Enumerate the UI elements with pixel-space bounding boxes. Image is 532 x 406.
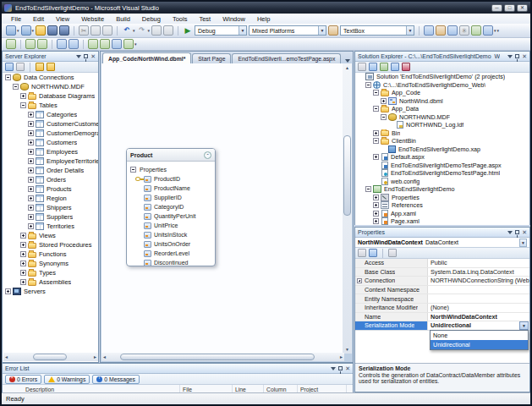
tree-item[interactable]: Page.xaml — [355, 217, 529, 225]
toolbar-icon[interactable] — [69, 39, 79, 49]
tree-item[interactable]: Customers — [3, 138, 98, 147]
dbml-design-surface[interactable]: Product ˆ Properties Prod — [101, 63, 344, 354]
tree-item[interactable]: Assemblies — [3, 277, 98, 287]
expander-icon[interactable] — [381, 114, 387, 120]
scroll-down-icon[interactable]: ▼ — [343, 347, 352, 352]
expander-icon[interactable] — [20, 102, 26, 108]
scroll-right-icon[interactable]: ► — [339, 354, 343, 359]
window-position-icon[interactable] — [76, 55, 81, 58]
property-value-cell[interactable]: (None) ▼ — [428, 304, 529, 312]
redo-icon[interactable]: ↷ — [137, 25, 147, 36]
title-bar[interactable]: EndToEndSilverlightDemo - Microsoft Visu… — [2, 2, 530, 14]
tree-item[interactable]: Database Diagrams — [3, 91, 98, 101]
window-position-icon[interactable] — [507, 231, 513, 234]
navigate-back-icon[interactable] — [151, 25, 162, 36]
expander-icon[interactable] — [365, 186, 371, 192]
filter-toggle-button[interactable]: 0 Warnings — [44, 375, 90, 384]
auto-hide-pin-icon[interactable] — [515, 230, 519, 234]
tree-item[interactable]: NORTHWND.MDF — [3, 82, 98, 91]
chevron-down-icon[interactable]: ▼ — [519, 239, 527, 247]
tree-item[interactable]: Solution 'EndToEndSilverlightDemo' (2 pr… — [355, 73, 529, 81]
expander-icon[interactable] — [28, 214, 34, 220]
tree-item[interactable]: ClientBin — [355, 137, 529, 145]
tree-item[interactable]: Views — [3, 231, 98, 240]
tree-item[interactable]: Region — [3, 194, 98, 203]
filter-toggle-button[interactable]: 0 Errors — [5, 375, 41, 384]
expander-icon[interactable] — [28, 167, 34, 173]
scrollbar-thumb[interactable] — [120, 354, 315, 360]
tree-item[interactable]: Tables — [3, 101, 98, 110]
serialization-mode-dropdown[interactable]: NoneUnidirectional — [430, 330, 529, 350]
scroll-left-icon[interactable]: ◄ — [102, 354, 107, 359]
toolbar-icon[interactable] — [112, 39, 122, 49]
expander-icon[interactable] — [20, 261, 26, 266]
copy-icon[interactable] — [90, 25, 101, 36]
properties-window-icon[interactable] — [436, 25, 446, 36]
scroll-left-icon[interactable]: ◄ — [4, 354, 8, 359]
start-debugging-icon[interactable]: ▶ — [183, 25, 193, 36]
entity-property[interactable]: Discontinued — [127, 258, 215, 266]
properties-title-bar[interactable]: Properties ✕ — [355, 228, 529, 238]
expander-icon[interactable] — [28, 121, 34, 127]
tree-item[interactable]: Functions — [3, 250, 98, 259]
toolbar-icon[interactable] — [6, 39, 16, 49]
tree-item[interactable]: Orders — [3, 175, 98, 184]
property-label-cell[interactable]: Entity Namespace — [355, 294, 428, 303]
solution-configurations-combo[interactable]: Debug▼ — [195, 25, 247, 36]
cut-icon[interactable]: ✂ — [79, 25, 89, 36]
auto-hide-pin-icon[interactable] — [338, 366, 343, 370]
tree-item[interactable]: Data Connections — [3, 73, 98, 82]
property-value-cell[interactable]: ▼ — [428, 294, 529, 303]
expander-icon[interactable] — [20, 270, 26, 276]
document-tab[interactable]: App_Code/NorthWind.dbml* — [102, 52, 191, 63]
document-tab[interactable]: Start Page — [192, 53, 231, 63]
minimize-button[interactable]: ─ — [491, 4, 502, 12]
refresh-icon[interactable] — [380, 63, 388, 71]
tree-item[interactable]: App_Data — [355, 105, 529, 113]
scrollbar-thumb[interactable] — [33, 354, 67, 360]
tree-item[interactable]: Categories — [3, 110, 98, 119]
auto-hide-pin-icon[interactable] — [515, 54, 519, 58]
property-label-cell[interactable]: Inheritance Modifier — [355, 304, 428, 312]
close-icon[interactable]: ✕ — [90, 53, 96, 59]
property-row[interactable]: Connection NORTHWNDConnectionString (Web… — [355, 277, 529, 286]
expander-icon[interactable] — [28, 158, 34, 164]
error-list-title-bar[interactable]: Error List ✕ — [3, 364, 353, 374]
menu-item[interactable]: File — [5, 14, 27, 24]
find-icon[interactable] — [328, 25, 338, 36]
tree-item[interactable]: EndToEndSilverlightDemoTestPage.html — [355, 169, 529, 178]
entity-property[interactable]: UnitPrice — [127, 221, 215, 230]
collapse-entity-icon[interactable]: ˆ — [204, 151, 211, 159]
expander-icon[interactable] — [20, 279, 26, 285]
menu-item[interactable]: Help — [251, 14, 276, 24]
entity-header[interactable]: Product ˆ — [127, 149, 215, 162]
solution-explorer-icon[interactable] — [424, 25, 434, 36]
object-selector-combo[interactable]: NorthWindDataContext DataContext ▼ — [355, 238, 529, 248]
close-icon[interactable]: ✕ — [522, 229, 527, 235]
toolbar-overflow-icon[interactable]: ▾ — [134, 41, 137, 47]
add-item-icon[interactable] — [21, 25, 31, 36]
tree-item[interactable]: EndToEndSilverlightDemo — [355, 185, 529, 194]
property-label-cell[interactable]: Context Namespace — [355, 286, 428, 294]
toolbar-icon[interactable] — [25, 39, 36, 49]
property-value-cell[interactable]: System.Data.Linq.DataContext ▼ — [428, 268, 529, 277]
property-value-cell[interactable]: NorthWindDataContext ▼ — [428, 313, 529, 321]
close-icon[interactable]: ✕ — [345, 365, 350, 371]
tree-item[interactable]: Default.aspx — [355, 153, 529, 162]
start-page-icon[interactable] — [471, 25, 481, 36]
entity-property[interactable]: ProductName — [127, 184, 215, 193]
chevron-down-icon[interactable]: ▼ — [239, 26, 246, 35]
expander-icon[interactable] — [373, 138, 379, 144]
new-project-icon[interactable] — [6, 25, 16, 36]
window-position-icon[interactable] — [331, 367, 336, 370]
tree-item[interactable]: EndToEndSilverlightDemo.xap — [355, 145, 529, 154]
vertical-scrollbar[interactable]: ▲ ▼ — [343, 63, 352, 354]
tree-item[interactable]: Products — [3, 184, 98, 194]
toolbox-icon[interactable]: ✳ — [459, 25, 469, 36]
copy-web-site-icon[interactable] — [391, 63, 399, 71]
menu-item[interactable]: View — [50, 14, 75, 24]
property-row[interactable]: Base Class System.Data.Linq.DataContext … — [355, 268, 529, 277]
new-dropdown-icon[interactable]: ▾ — [17, 28, 19, 33]
chevron-down-icon[interactable]: ▼ — [318, 26, 326, 35]
close-icon[interactable]: ✕ — [522, 53, 527, 59]
